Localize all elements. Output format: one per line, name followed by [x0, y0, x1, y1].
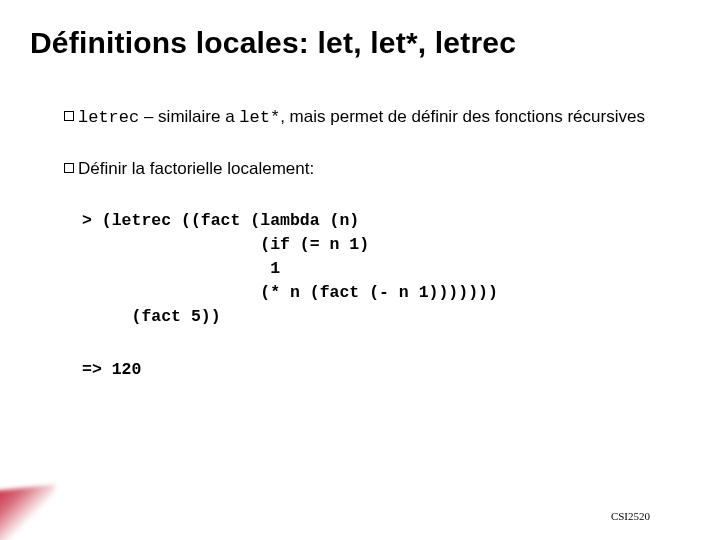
- footer-course-code: CSI2520: [611, 510, 650, 522]
- bullet-text-b: , mais permet de définir des fonctions r…: [280, 107, 645, 126]
- bullet-list: letrec – similaire a let*, mais permet d…: [64, 106, 690, 181]
- bullet-square-icon: [64, 111, 74, 121]
- code-letstar: let*: [239, 108, 280, 127]
- page-title: Définitions locales: let, let*, letrec: [30, 26, 690, 60]
- corner-accent-icon: [0, 485, 55, 540]
- code-line-4: (* n (fact (- n 1))))))): [82, 281, 690, 305]
- code-block: > (letrec ((fact (lambda (n) (if (= n 1)…: [82, 209, 690, 380]
- bullet-letrec: letrec – similaire a let*, mais permet d…: [64, 106, 690, 130]
- code-line-2: (if (= n 1): [82, 233, 690, 257]
- code-line-1: > (letrec ((fact (lambda (n): [82, 209, 690, 233]
- bullet-square-icon: [64, 163, 74, 173]
- code-letrec: letrec: [78, 108, 139, 127]
- bullet-definir: Définir la factorielle localement:: [64, 158, 690, 181]
- code-line-5: (fact 5)): [82, 305, 690, 329]
- bullet-text-definir: Définir la factorielle localement:: [78, 159, 314, 178]
- code-line-3: 1: [82, 257, 690, 281]
- bullet-text-a: – similaire a: [139, 107, 239, 126]
- code-result: => 120: [82, 360, 690, 379]
- slide: Définitions locales: let, let*, letrec l…: [0, 0, 720, 540]
